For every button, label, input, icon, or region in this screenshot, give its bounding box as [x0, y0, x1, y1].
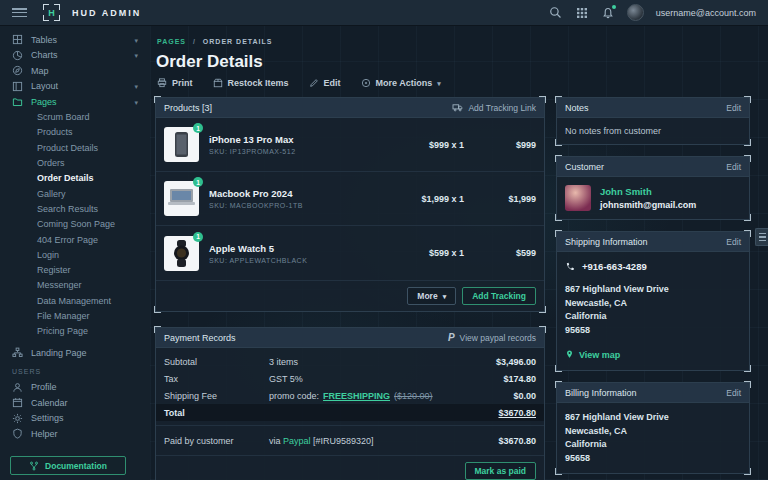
product-sku: SKU: APPLEWATCHBLACK [209, 257, 369, 264]
sidebar-item-login[interactable]: Login [0, 247, 150, 262]
pencil-icon [309, 78, 319, 88]
sidebar-item-order-details[interactable]: Order Details [0, 171, 150, 186]
customizer-toggle[interactable] [755, 228, 768, 246]
sidebar-item-register[interactable]: Register [0, 262, 150, 277]
app-logo[interactable]: H [43, 4, 60, 21]
quantity-badge: 1 [193, 232, 203, 242]
product-thumbnail: 1 [164, 236, 199, 271]
paypal-link[interactable]: Paypal [283, 436, 311, 446]
layout-icon [12, 81, 23, 92]
customer-edit-button[interactable]: Edit [726, 162, 741, 172]
product-row[interactable]: 1 Macbook Pro 2024 SKU: MACBOOKPRO-1TB $… [156, 172, 544, 226]
sidebar-item-map[interactable]: Map [0, 63, 150, 79]
phone-icon [565, 262, 575, 272]
shipping-edit-button[interactable]: Edit [726, 237, 741, 247]
sidebar-item-tables[interactable]: Tables [0, 32, 150, 48]
breadcrumb: PAGES / ORDER DETAILS [157, 38, 762, 45]
macbook-image [164, 181, 199, 216]
sidebar-item-products[interactable]: Products [0, 125, 150, 140]
product-total: $599 [464, 248, 536, 258]
sidebar-item-data-management[interactable]: Data Management [0, 293, 150, 308]
notification-dot [612, 5, 616, 9]
sidebar-item-landing-page[interactable]: Landing Page [0, 345, 150, 361]
shipping-panel: Shipping Information Edit +916-663-4289 … [556, 231, 750, 371]
product-total: $1,999 [464, 194, 536, 204]
promo-code-link[interactable]: FREESHIPPING [323, 391, 390, 401]
payment-row-shipping-fee: Shipping Fee promo code:FREESHIPPING($12… [156, 387, 544, 404]
customer-avatar [565, 185, 591, 211]
chevron-down-icon [443, 291, 447, 301]
print-button[interactable]: Print [157, 78, 193, 88]
branch-icon [29, 461, 39, 471]
more-button[interactable]: More [407, 287, 456, 305]
customer-email: johnsmith@gmail.com [600, 200, 696, 210]
apps-grid-icon[interactable] [575, 6, 589, 20]
sidebar-item-messenger[interactable]: Messenger [0, 278, 150, 293]
notes-edit-button[interactable]: Edit [726, 103, 741, 113]
sidebar-item-settings[interactable]: Settings [0, 410, 150, 426]
documentation-button[interactable]: Documentation [10, 456, 126, 475]
product-row[interactable]: 1 Apple Watch 5 SKU: APPLEWATCHBLACK $59… [156, 226, 544, 280]
breadcrumb-current: ORDER DETAILS [203, 38, 273, 45]
add-tracking-link-button[interactable]: Add Tracking Link [452, 103, 536, 113]
payment-panel-title: Payment Records [164, 333, 236, 343]
sidebar-item-orders[interactable]: Orders [0, 155, 150, 170]
old-shipping-amount: ($120.00) [394, 391, 433, 401]
search-icon[interactable] [549, 6, 563, 20]
chevron-down-icon [134, 81, 138, 91]
customer-title: Customer [565, 162, 604, 172]
gear-icon [12, 413, 23, 424]
circle-icon [361, 78, 371, 88]
payment-row-subtotal: Subtotal 3 items $3,496.00 [156, 353, 544, 370]
edit-button[interactable]: Edit [309, 78, 341, 88]
more-actions-button[interactable]: More Actions [361, 78, 441, 88]
product-thumbnail: 1 [164, 127, 199, 162]
truck-icon [452, 103, 463, 112]
add-tracking-button[interactable]: Add Tracking [462, 287, 536, 305]
toolbar: Print Restock Items Edit More Actions [157, 78, 762, 88]
view-map-link[interactable]: View map [565, 349, 741, 360]
sidebar-item-helper[interactable]: Helper [0, 426, 150, 442]
shipping-address: 867 Highland View Drive Newcastle, CA Ca… [565, 283, 741, 337]
restock-items-button[interactable]: Restock Items [213, 78, 289, 88]
sidebar-item-scrum-board[interactable]: Scrum Board [0, 110, 150, 125]
sidebar-item-charts[interactable]: Charts [0, 48, 150, 64]
product-row[interactable]: 1 iPhone 13 Pro Max SKU: IP13PROMAX-512 … [156, 118, 544, 172]
calendar-icon [12, 397, 23, 408]
sidebar-item-layout[interactable]: Layout [0, 79, 150, 95]
user-email[interactable]: username@account.com [656, 8, 756, 18]
pie-chart-icon [12, 50, 23, 61]
page-title: Order Details [156, 52, 762, 72]
sidebar-item-gallery[interactable]: Gallery [0, 186, 150, 201]
shipping-phone: +916-663-4289 [582, 261, 647, 272]
menu-toggle-icon[interactable] [12, 8, 27, 17]
sidebar-item-profile[interactable]: Profile [0, 379, 150, 395]
iphone-image [164, 127, 199, 162]
brand-name: HUD ADMIN [72, 8, 141, 18]
sidebar-item-calendar[interactable]: Calendar [0, 395, 150, 411]
quantity-badge: 1 [193, 177, 203, 187]
products-panel: Products [3] Add Tracking Link 1 iPhone … [155, 97, 545, 312]
view-paypal-records-button[interactable]: P View paypal records [448, 332, 536, 343]
billing-address: 867 Highland View Drive Newcastle, CA Ca… [557, 403, 749, 473]
product-sku: SKU: IP13PROMAX-512 [209, 148, 369, 155]
sidebar: Tables Charts Map Layout Pages Scrum Boa… [0, 26, 150, 480]
sidebar-item-pages[interactable]: Pages [0, 94, 150, 110]
sidebar-item-coming-soon[interactable]: Coming Soon Page [0, 217, 150, 232]
product-price-qty: $999 x 1 [369, 140, 464, 150]
sidebar-item-search-results[interactable]: Search Results [0, 201, 150, 216]
sidebar-item-404[interactable]: 404 Error Page [0, 232, 150, 247]
notifications-bell-icon[interactable] [601, 6, 615, 20]
sidebar-item-product-details[interactable]: Product Details [0, 140, 150, 155]
table-icon [12, 34, 23, 45]
quantity-badge: 1 [193, 123, 203, 133]
breadcrumb-pages[interactable]: PAGES [157, 38, 186, 45]
sidebar-item-pricing-page[interactable]: Pricing Page [0, 324, 150, 339]
user-avatar[interactable] [627, 4, 644, 21]
product-name: Apple Watch 5 [209, 243, 369, 254]
products-panel-title: Products [3] [164, 103, 212, 113]
billing-edit-button[interactable]: Edit [726, 388, 741, 398]
mark-as-paid-button[interactable]: Mark as paid [465, 462, 537, 480]
sidebar-item-file-manager[interactable]: File Manager [0, 308, 150, 323]
customer-name[interactable]: John Smith [600, 186, 696, 197]
